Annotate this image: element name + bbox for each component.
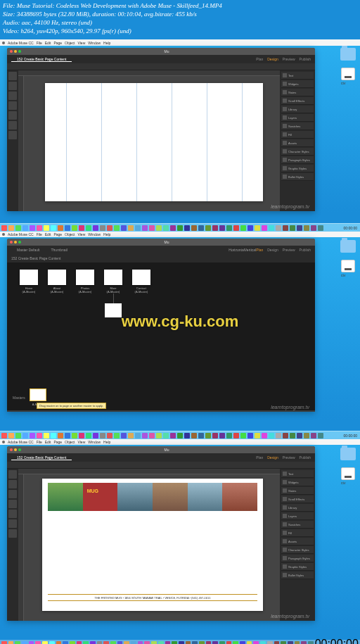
dock-app-icon[interactable] bbox=[100, 433, 105, 438]
dock-app-icon[interactable] bbox=[177, 225, 183, 231]
dock-app-icon[interactable] bbox=[93, 433, 98, 438]
menubar-page[interactable]: Page bbox=[53, 41, 62, 45]
mode-publish[interactable]: Publish bbox=[300, 57, 311, 61]
dock-app-icon[interactable] bbox=[212, 225, 218, 231]
dock-app-icon[interactable] bbox=[248, 433, 253, 438]
dock-app-icon[interactable] bbox=[179, 641, 184, 644]
dock-app-icon[interactable] bbox=[86, 225, 91, 231]
mode-preview[interactable]: Preview bbox=[283, 455, 295, 460]
page-artboard[interactable] bbox=[45, 83, 263, 201]
mode-design[interactable]: Design bbox=[267, 455, 278, 460]
page-tab[interactable]: 152 Create Basic Page Content bbox=[11, 57, 72, 62]
mode-plan[interactable]: Plan bbox=[256, 57, 263, 61]
dock-app-icon[interactable] bbox=[124, 641, 129, 644]
dock-app-icon[interactable] bbox=[90, 641, 96, 644]
dock-app-icon[interactable] bbox=[318, 433, 323, 438]
dock-app-icon[interactable] bbox=[63, 641, 68, 644]
dock-app-icon[interactable] bbox=[117, 641, 123, 644]
desktop-drive-icon[interactable]: ctv bbox=[341, 68, 355, 85]
dock-app-icon[interactable] bbox=[121, 433, 127, 438]
dock-app-icon[interactable] bbox=[144, 641, 150, 644]
dock-app-icon[interactable] bbox=[138, 641, 143, 644]
dock-app-icon[interactable] bbox=[311, 225, 316, 231]
dock-app-icon[interactable] bbox=[44, 225, 49, 231]
dock-app-icon[interactable] bbox=[1, 641, 7, 644]
page-more[interactable] bbox=[104, 270, 122, 285]
window-titlebar[interactable]: Mu bbox=[7, 239, 315, 246]
dock-app-icon[interactable] bbox=[191, 225, 197, 231]
menubar-edit[interactable]: Edit bbox=[45, 41, 51, 45]
page-photos[interactable] bbox=[76, 270, 94, 285]
dock-app-icon[interactable] bbox=[135, 433, 141, 438]
menubar-view[interactable]: View bbox=[78, 41, 86, 45]
desktop-drive-icon[interactable]: ctv bbox=[341, 260, 355, 277]
dock-app-icon[interactable] bbox=[151, 641, 157, 644]
dock-app-icon[interactable] bbox=[281, 641, 286, 644]
ruler-vertical[interactable] bbox=[18, 76, 24, 211]
dock-app-icon[interactable] bbox=[8, 225, 14, 231]
mode-preview[interactable]: Preview bbox=[283, 248, 295, 252]
tab-master[interactable]: Master Default bbox=[11, 248, 46, 252]
panel-charstyle[interactable]: Character Styles bbox=[281, 148, 314, 156]
dock-app-icon[interactable] bbox=[311, 433, 316, 438]
dock-app-icon[interactable] bbox=[110, 641, 116, 644]
plan-toolbar[interactable]: 152 Create Basic Page Content bbox=[7, 254, 315, 263]
desktop-folder-icon[interactable] bbox=[340, 240, 356, 253]
dock-app-icon[interactable] bbox=[128, 433, 134, 438]
dock-app-icon[interactable] bbox=[114, 225, 120, 231]
dock-app-icon[interactable] bbox=[269, 433, 274, 438]
panel-swatches[interactable]: Swatches bbox=[281, 122, 314, 130]
dock-app-icon[interactable] bbox=[37, 433, 42, 438]
dock-app-icon[interactable] bbox=[93, 225, 98, 231]
dock-app-icon[interactable] bbox=[295, 641, 300, 644]
apple-menu-icon[interactable] bbox=[2, 42, 5, 44]
dock-app-icon[interactable] bbox=[219, 225, 225, 231]
dock-app-icon[interactable] bbox=[15, 433, 21, 438]
dock-app-icon[interactable] bbox=[15, 225, 21, 231]
dock-app-icon[interactable] bbox=[70, 641, 75, 644]
panel-scroll[interactable]: Scroll Effects bbox=[281, 97, 314, 105]
dock-app-icon[interactable] bbox=[170, 433, 176, 438]
dock-app-icon[interactable] bbox=[186, 641, 191, 644]
dock-app-icon[interactable] bbox=[253, 641, 259, 644]
dock-app-icon[interactable] bbox=[255, 433, 260, 438]
dock-app-icon[interactable] bbox=[226, 225, 232, 231]
menubar-window[interactable]: Window bbox=[88, 41, 101, 45]
desktop-folder-icon[interactable] bbox=[340, 448, 356, 460]
dock-app-icon[interactable] bbox=[1, 433, 7, 438]
sitemap-view[interactable]: Home(A-Master) About(A-Master) Photos(A-… bbox=[7, 263, 315, 410]
dock-app-icon[interactable] bbox=[131, 641, 136, 644]
dock-app-icon[interactable] bbox=[288, 641, 293, 644]
dock-app-icon[interactable] bbox=[262, 225, 267, 231]
panel-graphicstyle[interactable]: Graphic Styles bbox=[281, 165, 314, 172]
dock-app-icon[interactable] bbox=[107, 433, 112, 438]
page-about[interactable] bbox=[48, 270, 66, 285]
mac-menubar-2[interactable]: Adobe Muse CC File Edit Page Object View… bbox=[0, 232, 360, 237]
panel-text[interactable]: Text bbox=[281, 72, 314, 80]
dock-app-icon[interactable] bbox=[219, 641, 225, 644]
dock-app-icon[interactable] bbox=[301, 641, 307, 644]
dock-app-icon[interactable] bbox=[318, 225, 323, 231]
dock-app-icon[interactable] bbox=[233, 225, 239, 231]
dock-app-icon[interactable] bbox=[30, 225, 35, 231]
dock-app-icon[interactable] bbox=[149, 225, 155, 231]
tab-thumb[interactable]: Thumbnail bbox=[46, 248, 73, 252]
dock-app-icon[interactable] bbox=[297, 225, 302, 231]
dock-app-icon[interactable] bbox=[1, 225, 7, 231]
dock-app-icon[interactable] bbox=[142, 433, 148, 438]
dock-app-icon[interactable] bbox=[199, 641, 205, 644]
panel-fill[interactable]: Fill bbox=[281, 131, 314, 139]
dock-app-icon[interactable] bbox=[212, 433, 218, 438]
dock-app-icon[interactable] bbox=[58, 433, 63, 438]
dock-app-icon[interactable] bbox=[248, 225, 253, 231]
desktop-drive-icon[interactable]: ctv bbox=[341, 467, 355, 485]
dock-app-icon[interactable] bbox=[72, 225, 77, 231]
dock-app-icon[interactable] bbox=[35, 641, 41, 644]
dock-app-icon[interactable] bbox=[276, 225, 281, 231]
dock-app-icon[interactable] bbox=[233, 641, 238, 644]
dock-app-icon[interactable] bbox=[15, 641, 20, 644]
mac-dock-top[interactable]: 00:00:00 bbox=[0, 223, 360, 232]
dock-app-icon[interactable] bbox=[172, 641, 177, 644]
tools-panel[interactable] bbox=[7, 469, 18, 621]
dock-app-icon[interactable] bbox=[44, 433, 49, 438]
